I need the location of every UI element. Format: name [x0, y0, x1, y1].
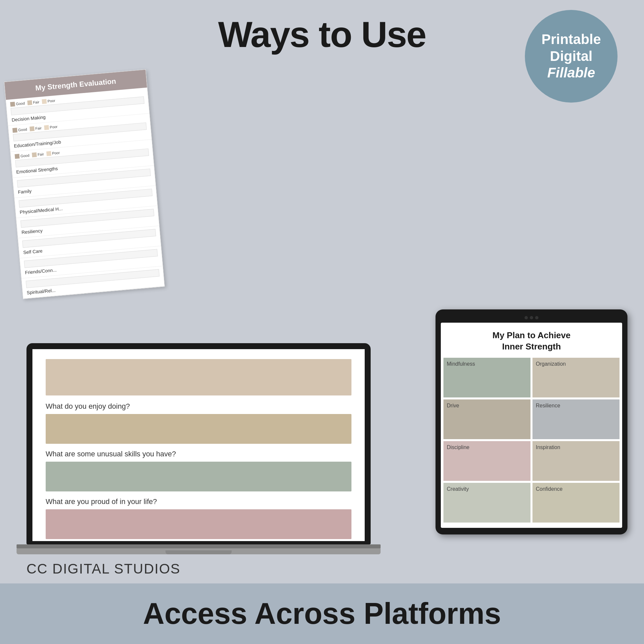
laptop-content: What do you enjoy doing? What are some u…	[32, 349, 365, 541]
badge-circle: Printable Digital Fillable	[525, 10, 618, 103]
badge-line2: Digital	[541, 48, 601, 65]
legend-fair: Fair	[27, 100, 39, 105]
tablet-camera-dot3	[535, 316, 538, 319]
tablet-camera-dot2	[530, 316, 533, 319]
laptop-screen-outer: What do you enjoy doing? What are some u…	[26, 343, 371, 544]
tablet-cell-discipline: Discipline	[443, 441, 530, 481]
laptop-notch	[165, 550, 232, 554]
tablet-cell-inspiration: Inspiration	[532, 441, 620, 481]
tablet-cell-mindfulness: Mindfulness	[443, 358, 530, 397]
bottom-section: Access Across Platforms	[0, 583, 644, 644]
tablet-cell-confidence: Confidence	[532, 483, 620, 523]
brand-text: CC DIGITAL STUDIOS	[26, 561, 180, 577]
tablet-doc-title: My Plan to AchieveInner Strength	[441, 323, 622, 358]
legend-good: Good	[10, 101, 25, 107]
legend-fair-box2	[29, 126, 34, 131]
laptop-screen: What do you enjoy doing? What are some u…	[32, 349, 365, 541]
legend-good-box3	[15, 154, 20, 159]
tablet-camera	[441, 316, 622, 319]
legend-poor-box2	[44, 125, 49, 130]
main-title: Ways to Use	[218, 13, 426, 55]
laptop-answer-2	[46, 462, 351, 491]
laptop-base	[17, 548, 381, 554]
badge-text: Printable Digital Fillable	[541, 31, 601, 81]
legend-fair-box3	[32, 152, 37, 157]
top-section: Ways to Use Printable Digital Fillable M…	[0, 0, 644, 554]
laptop: What do you enjoy doing? What are some u…	[17, 343, 381, 554]
laptop-hinge	[17, 544, 381, 548]
tablet-cell-organization: Organization	[532, 358, 620, 397]
laptop-question-3: What are you proud of in your life?	[46, 497, 351, 506]
tablet-screen: My Plan to AchieveInner Strength Mindful…	[441, 323, 622, 528]
paper-document: My Strength Evaluation Good Fair	[4, 69, 165, 299]
legend-poor: Poor	[42, 98, 55, 104]
laptop-top-bar	[46, 359, 351, 395]
tablet-outer: My Plan to AchieveInner Strength Mindful…	[436, 309, 627, 534]
legend-good-box2	[12, 128, 17, 133]
legend-poor-box	[42, 99, 47, 104]
bottom-title: Access Across Platforms	[143, 597, 501, 631]
laptop-question-2: What are some unusual skills you have?	[46, 450, 351, 458]
middle-section: CC DIGITAL STUDIOS	[0, 554, 644, 583]
tablet-cell-resilience: Resilience	[532, 399, 620, 439]
laptop-answer-3	[46, 509, 351, 539]
page-wrapper: Ways to Use Printable Digital Fillable M…	[0, 0, 644, 644]
tablet-cell-drive: Drive	[443, 399, 530, 439]
laptop-question-1: What do you enjoy doing?	[46, 402, 351, 411]
tablet: My Plan to AchieveInner Strength Mindful…	[436, 309, 627, 534]
badge-line3: Fillable	[541, 65, 601, 81]
devices-area: My Strength Evaluation Good Fair	[0, 69, 644, 554]
tablet-camera-dot1	[525, 316, 528, 319]
legend-good-box	[10, 102, 15, 107]
tablet-grid: Mindfulness Organization Drive Resilienc…	[441, 358, 622, 528]
legend-fair-box	[27, 100, 32, 105]
badge-line1: Printable	[541, 31, 601, 48]
tablet-cell-creativity: Creativity	[443, 483, 530, 523]
legend-poor-box3	[46, 151, 51, 156]
laptop-answer-1	[46, 414, 351, 444]
